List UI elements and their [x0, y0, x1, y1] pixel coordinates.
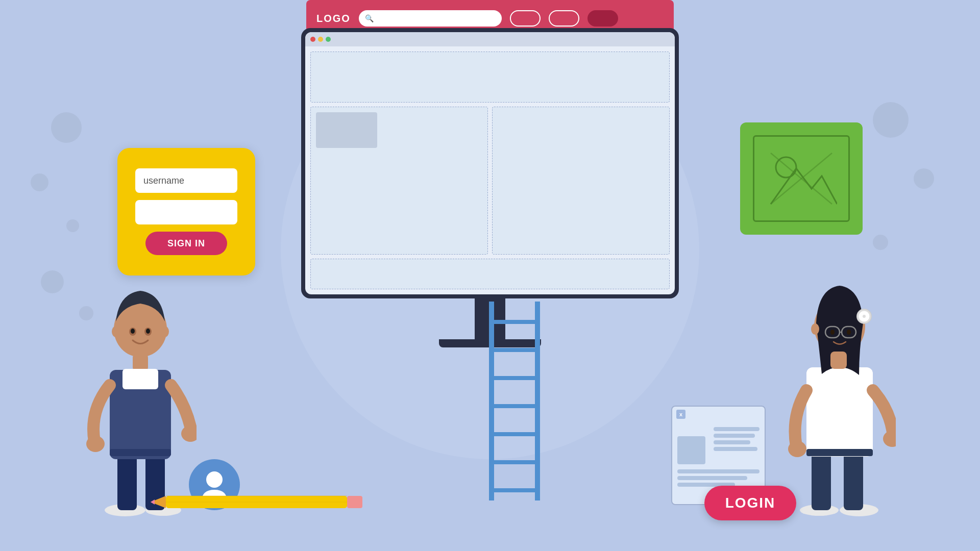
- svg-rect-23: [806, 449, 873, 456]
- nav-logo: LOGO: [316, 13, 351, 24]
- svg-rect-22: [806, 367, 873, 457]
- dialog-line-4: [714, 447, 757, 451]
- login-label: LOGIN: [725, 495, 776, 511]
- signin-button[interactable]: SIGN IN: [145, 232, 227, 255]
- bubble-2: [31, 173, 48, 191]
- dialog-line-5: [677, 469, 760, 473]
- screen-content: [305, 46, 675, 294]
- pencil-svg: [151, 492, 365, 512]
- username-input[interactable]: username: [135, 168, 237, 193]
- svg-marker-53: [151, 499, 155, 505]
- dot-minimize: [318, 37, 323, 42]
- nav-search-bar[interactable]: 🔍: [359, 10, 502, 27]
- wireframe-cell-left: [310, 107, 488, 255]
- svg-point-35: [847, 330, 851, 335]
- person-right: [783, 227, 896, 518]
- username-placeholder: username: [143, 176, 184, 186]
- svg-rect-36: [830, 352, 847, 369]
- browser-bar: [305, 32, 675, 46]
- svg-point-7: [86, 436, 105, 452]
- pencil: [151, 492, 365, 514]
- image-card: [740, 122, 863, 235]
- bubble-3: [66, 219, 79, 232]
- dialog-image: [677, 436, 705, 464]
- svg-point-12: [131, 329, 135, 334]
- wireframe-header: [310, 52, 670, 103]
- svg-point-34: [830, 330, 835, 335]
- bubble-4: [41, 270, 64, 293]
- dialog-line-2: [714, 434, 755, 438]
- dialog-line-1: [714, 427, 760, 431]
- svg-point-13: [146, 329, 150, 334]
- bubble-7: [914, 168, 934, 189]
- nav-btn-3[interactable]: [587, 10, 618, 27]
- svg-point-8: [181, 425, 197, 442]
- password-input[interactable]: [135, 200, 237, 224]
- wireframe-middle: [310, 107, 670, 255]
- svg-rect-54: [347, 496, 362, 508]
- dialog-lines-below: [677, 469, 760, 487]
- monitor-wrapper: [301, 28, 679, 347]
- svg-rect-14: [133, 354, 148, 371]
- svg-point-25: [883, 431, 896, 447]
- dialog-content: [677, 425, 760, 464]
- dialog-close-btn[interactable]: x: [676, 410, 685, 419]
- signin-label: SIGN IN: [167, 238, 205, 249]
- svg-rect-21: [844, 452, 863, 510]
- login-button[interactable]: LOGIN: [704, 486, 796, 520]
- close-icon: x: [679, 411, 682, 417]
- person-right-svg: [783, 227, 896, 518]
- nav-btn-2[interactable]: [549, 10, 579, 27]
- ladder-svg: [484, 302, 545, 500]
- svg-point-16: [112, 326, 120, 337]
- dialog-line-3: [714, 440, 750, 444]
- svg-rect-20: [812, 452, 831, 510]
- wireframe-footer: [310, 259, 670, 289]
- svg-point-24: [788, 441, 806, 457]
- wireframe-thumb: [316, 112, 377, 148]
- wireframe-cell-right: [492, 107, 670, 255]
- dialog-line-6: [677, 476, 747, 480]
- dialog-text: [714, 425, 760, 464]
- bubble-1: [51, 112, 82, 143]
- bubble-6: [873, 102, 909, 138]
- nav-btn-1[interactable]: [510, 10, 541, 27]
- svg-point-37: [811, 323, 819, 335]
- dot-maximize: [326, 37, 331, 42]
- login-card: username SIGN IN: [117, 148, 255, 276]
- search-icon: 🔍: [365, 14, 374, 22]
- svg-point-50: [206, 471, 223, 488]
- dot-close: [310, 37, 315, 42]
- svg-point-17: [161, 326, 169, 337]
- image-icon-svg: [766, 148, 837, 209]
- svg-rect-6: [110, 449, 171, 456]
- svg-rect-2: [117, 452, 137, 510]
- monitor-body: [301, 28, 679, 298]
- svg-point-29: [863, 315, 866, 318]
- image-placeholder: [753, 135, 850, 222]
- monitor-screen: [305, 32, 675, 294]
- ladder: [484, 302, 545, 503]
